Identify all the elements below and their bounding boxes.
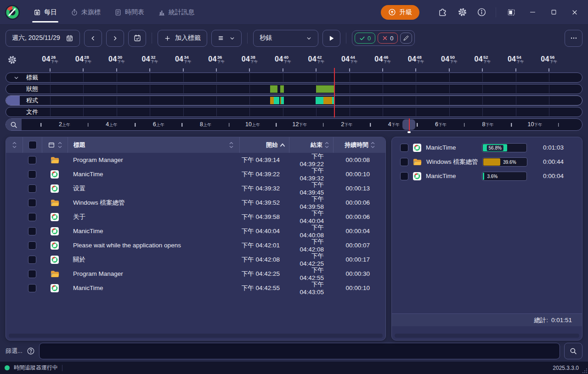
mini-hour-tick <box>511 123 512 127</box>
row-checkbox[interactable] <box>400 144 408 152</box>
table-row[interactable]: ManicTime下午 04:40:04下午 04:40:0800:00:04 <box>6 224 385 238</box>
status-bar: 時間追蹤器運行中 2025.3.3.0 <box>0 362 588 374</box>
resize-grip[interactable] <box>582 368 588 374</box>
date-label: 週六, 2025/11/29 <box>12 34 60 42</box>
tag-list-dropdown[interactable] <box>211 30 242 47</box>
row-checkbox[interactable] <box>28 213 36 221</box>
gridline <box>249 73 250 82</box>
next-day-button[interactable] <box>106 30 124 47</box>
upgrade-button[interactable]: 升級 <box>381 5 419 20</box>
horizontal-scrollbar[interactable] <box>9 334 383 338</box>
timer-select[interactable]: 秒錶 <box>253 30 318 47</box>
timeline-row-標籤[interactable]: 標籤 <box>6 73 582 83</box>
select-all-checkbox[interactable] <box>28 141 37 149</box>
ruler-time-label: 0434下午 <box>175 55 191 64</box>
date-picker-button[interactable]: 週六, 2025/11/29 <box>6 30 80 47</box>
help-icon[interactable] <box>27 347 35 355</box>
mini-hour-ampm: 下午 <box>438 123 447 127</box>
mini-hour-tick <box>323 123 324 127</box>
table-row[interactable]: 关于下午 04:39:58下午 04:40:0400:00:06 <box>6 210 385 224</box>
table-row[interactable]: ManicTime下午 04:39:22下午 04:39:3200:00:10 <box>6 167 385 181</box>
more-options-button[interactable] <box>565 30 582 47</box>
row-duration: 00:00:17 <box>333 256 385 263</box>
table-row[interactable]: Please wait while the application opens下… <box>6 238 385 252</box>
add-tag-label: 加入標籤 <box>175 34 201 42</box>
search-button[interactable] <box>564 343 582 359</box>
today-button[interactable] <box>128 30 146 47</box>
info-icon[interactable] <box>473 4 490 21</box>
add-tag-button[interactable]: 加入標籤 <box>158 30 207 47</box>
maximize-button[interactable] <box>544 3 563 22</box>
table-row[interactable]: 關於下午 04:42:08下午 04:42:2500:00:17 <box>6 252 385 267</box>
table-row[interactable]: ManicTime下午 04:42:55下午 04:43:0500:00:10 <box>6 281 385 295</box>
row-checkbox[interactable] <box>28 184 36 193</box>
timeline-row-狀態[interactable]: 狀態 <box>6 84 582 94</box>
ok-count-badge[interactable]: 0 <box>355 33 375 44</box>
activity-block[interactable] <box>270 97 274 104</box>
activity-block[interactable] <box>270 85 277 93</box>
timeline-row-label: 標籤 <box>26 73 38 82</box>
row-end-time: 下午 04:40:08 <box>289 223 333 239</box>
activity-block[interactable] <box>323 97 332 104</box>
row-checkbox[interactable] <box>28 156 36 164</box>
mini-hour-label: 8下午 <box>482 121 494 128</box>
table-row[interactable]: Program Manager下午 04:39:14下午 04:39:2200:… <box>6 153 385 167</box>
activity-block[interactable] <box>274 97 279 104</box>
summary-row[interactable]: Windows 檔案總管39.6%0:00:44 <box>392 155 582 169</box>
ruler-time-label: 0444下午 <box>341 55 357 64</box>
row-checkbox[interactable] <box>28 270 36 278</box>
timeline-row-程式[interactable]: 程式 <box>6 95 582 106</box>
chevron-down-icon[interactable] <box>13 75 19 81</box>
timeline-settings-gear-icon[interactable] <box>7 55 17 65</box>
row-checkbox[interactable] <box>28 170 36 179</box>
header-start-column[interactable]: 開始 <box>239 137 289 153</box>
activity-block[interactable] <box>316 97 323 104</box>
row-checkbox[interactable] <box>28 227 36 235</box>
header-select-all[interactable] <box>23 137 42 153</box>
table-row[interactable]: 设置下午 04:39:32下午 04:39:4500:00:13 <box>6 181 385 195</box>
timeline-row-文件[interactable]: 文件 <box>6 107 582 117</box>
gridline <box>83 96 84 105</box>
start-timer-button[interactable] <box>322 30 340 47</box>
filter-input[interactable] <box>39 343 560 359</box>
fail-count-badge[interactable]: 0 <box>378 33 398 44</box>
table-row[interactable]: Program Manager下午 04:42:25下午 04:42:5500:… <box>6 267 385 281</box>
row-checkbox[interactable] <box>400 172 408 180</box>
header-app-column[interactable] <box>42 137 68 153</box>
header-end-column[interactable]: 結束 <box>289 137 333 153</box>
document-icon <box>114 9 122 16</box>
activity-block[interactable] <box>281 97 284 104</box>
ruler-time-label: 0446下午 <box>374 55 390 64</box>
horizontal-scrollbar[interactable] <box>395 334 579 338</box>
header-duration-column[interactable]: 持續時間 <box>333 137 385 153</box>
row-checkbox[interactable] <box>28 256 36 264</box>
row-checkbox[interactable] <box>28 241 36 250</box>
minimize-button[interactable] <box>523 3 542 22</box>
plus-icon <box>164 35 171 42</box>
row-end-time: 下午 04:39:45 <box>289 181 333 196</box>
header-expander-column[interactable] <box>6 137 23 153</box>
tab-timesheet[interactable]: 時間表 <box>107 0 151 25</box>
tab-statistics[interactable]: 統計訊息 <box>151 0 201 25</box>
row-checkbox[interactable] <box>28 199 36 207</box>
settings-gear-icon[interactable] <box>453 4 471 21</box>
edit-pencil-button[interactable] <box>400 33 412 44</box>
previous-day-button[interactable] <box>84 30 102 47</box>
table-row[interactable]: Windows 檔案總管下午 04:39:52下午 04:39:5800:00:… <box>6 195 385 210</box>
time-ruler: 0426下午0428下午0430下午0432下午0434下午0436下午0438… <box>0 51 588 73</box>
row-checkbox[interactable] <box>28 284 36 292</box>
activity-block[interactable] <box>316 85 334 93</box>
mini-time-handle[interactable] <box>407 131 411 133</box>
summary-row[interactable]: ManicTime56.8%0:01:03 <box>392 140 582 155</box>
tab-daily[interactable]: 每日 <box>27 0 64 25</box>
plugins-icon[interactable] <box>434 4 452 21</box>
close-button[interactable] <box>565 3 584 22</box>
row-checkbox[interactable] <box>400 158 408 166</box>
activity-block[interactable] <box>280 85 284 93</box>
tab-unflagged[interactable]: 未旗標 <box>64 0 107 25</box>
dock-layout-icon[interactable] <box>502 3 521 22</box>
header-title-column[interactable]: 標題 <box>68 137 239 153</box>
day-overview-slider[interactable]: 2上午4上午6上午8上午10上午12下午2下午4下午6下午8下午10下午 <box>6 118 582 131</box>
summary-row[interactable]: ManicTime3.6%0:00:04 <box>392 169 582 183</box>
zoom-button[interactable] <box>6 119 22 130</box>
